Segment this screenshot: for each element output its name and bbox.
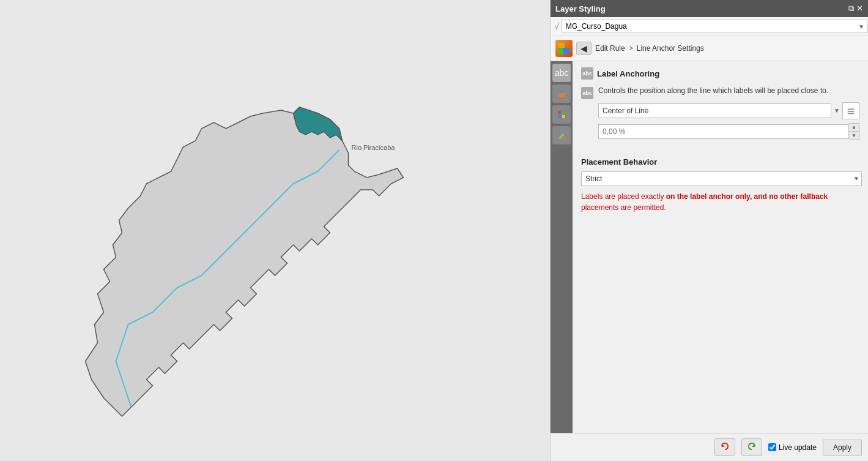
anchor-override-button[interactable]: [842, 102, 859, 119]
anchor-dropdown-row: Center of Line Start of Line End of Line…: [598, 102, 859, 119]
style-icon: [555, 40, 573, 57]
svg-point-12: [562, 136, 566, 140]
spin-buttons: ▲ ▼: [849, 123, 859, 140]
svg-marker-0: [86, 107, 404, 416]
svg-marker-16: [722, 444, 725, 447]
panel-header: Layer Styling ⧉ ✕: [551, 0, 868, 17]
svg-rect-10: [558, 115, 561, 118]
back-button[interactable]: ◀: [576, 42, 592, 55]
anchor-dropdown[interactable]: Center of Line Start of Line End of Line: [598, 103, 831, 118]
placement-behavior-section: Placement Behavior Strict Preferred Allo…: [581, 157, 859, 213]
redo-button[interactable]: [741, 438, 762, 456]
layer-styling-panel: Layer Styling ⧉ ✕ √ MG_Curso_Dagua ▼ ◀ E…: [550, 0, 868, 461]
svg-rect-8: [558, 111, 561, 114]
breadcrumb-current: Line Anchor Settings: [637, 44, 704, 53]
panel-title: Layer Styling: [555, 4, 606, 13]
placement-dropdown[interactable]: Strict Preferred Allowed: [581, 171, 862, 186]
content-area: abc: [551, 61, 868, 433]
stack-sidebar-btn[interactable]: [552, 105, 571, 124]
breadcrumb-separator: >: [629, 44, 633, 53]
svg-rect-15: [848, 113, 855, 114]
anchor-subsection: abc Controls the position along the line…: [581, 86, 859, 149]
anchor-subsection-content: Controls the position along the line whi…: [598, 86, 859, 149]
settings-panel: abc Label Anchoring abc Controls the pos…: [573, 61, 868, 433]
svg-rect-13: [848, 108, 855, 110]
3d-sidebar-btn[interactable]: [552, 84, 571, 103]
svg-marker-17: [752, 444, 755, 447]
live-update-checkbox[interactable]: [768, 443, 776, 451]
svg-rect-9: [562, 111, 565, 114]
river-label: Rio Piracicaba: [352, 144, 396, 151]
live-update-text: Live update: [779, 443, 817, 452]
panel-footer: Live update Apply: [551, 433, 868, 461]
anchor-description: Controls the position along the line whi…: [598, 86, 859, 96]
label-anchoring-section-header: abc Label Anchoring: [581, 67, 859, 80]
svg-rect-11: [562, 115, 565, 118]
placement-description: Labels are placed exactly on the label a…: [581, 191, 859, 213]
label-sidebar-btn[interactable]: abc: [552, 64, 571, 82]
icon-sidebar: abc: [551, 61, 573, 433]
live-update-label[interactable]: Live update: [768, 443, 817, 452]
close-icon[interactable]: ✕: [856, 4, 863, 13]
undock-icon[interactable]: ⧉: [848, 4, 854, 13]
paint-sidebar-btn[interactable]: [552, 126, 571, 144]
map-area: Rio Piracicaba: [0, 0, 550, 461]
anchor-subsection-icon: abc: [581, 87, 593, 99]
placement-select-row: Strict Preferred Allowed ▼: [581, 171, 859, 186]
breadcrumb-edit-rule: Edit Rule: [595, 44, 625, 53]
label-anchoring-title: Label Anchoring: [597, 69, 659, 78]
undo-button[interactable]: [714, 438, 735, 456]
percent-input[interactable]: [598, 124, 849, 139]
svg-rect-3: [563, 48, 569, 54]
percent-input-row: ▲ ▼: [598, 123, 859, 140]
checkmark-icon: √: [554, 21, 559, 31]
layer-selector-row: √ MG_Curso_Dagua ▼: [551, 17, 868, 36]
panel-header-controls: ⧉ ✕: [848, 4, 863, 13]
svg-rect-7: [560, 91, 563, 94]
apply-button[interactable]: Apply: [823, 440, 862, 455]
breadcrumb-row: ◀ Edit Rule > Line Anchor Settings: [551, 36, 868, 61]
svg-rect-4: [558, 48, 563, 54]
spin-up-button[interactable]: ▲: [849, 124, 859, 132]
svg-rect-14: [848, 111, 855, 112]
placement-behavior-title: Placement Behavior: [581, 157, 859, 167]
layer-dropdown[interactable]: MG_Curso_Dagua: [562, 20, 868, 33]
spin-down-button[interactable]: ▼: [849, 132, 859, 140]
label-anchoring-icon: abc: [581, 67, 593, 80]
